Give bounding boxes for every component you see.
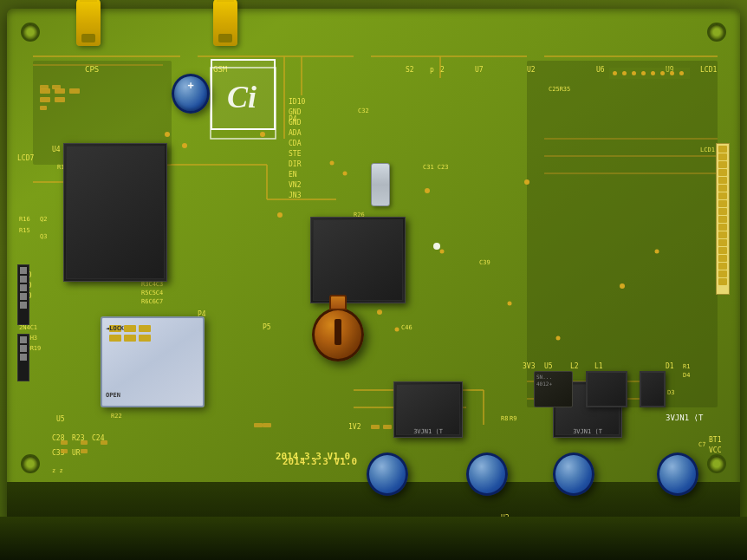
svg-text:U2: U2 [527,66,536,74]
svg-point-26 [425,188,430,193]
pcb-board: CPS GSM S2 p 2 U7 U2 U6 U9 LCD1 LCD7 U4 … [7,9,740,525]
svg-text:R8: R8 [501,415,508,422]
svg-point-32 [655,250,659,254]
svg-text:R6C6C7: R6C6C7 [141,298,163,305]
svg-text:L2: L2 [570,362,579,370]
ic-u1-bottom-left: 3VJN1 ⟨T [393,381,463,438]
pin [718,224,727,231]
svg-rect-44 [55,97,65,102]
selection-box [211,59,276,130]
pcb-container: CPS GSM S2 p 2 U7 U2 U6 U9 LCD1 LCD7 U4 … [0,0,747,560]
svg-rect-126 [263,423,271,427]
svg-point-27 [440,250,445,254]
sim-card-holder: ◄LOCK OPEN [101,316,205,407]
svg-point-28 [524,179,529,185]
svg-text:VCC: VCC [709,446,722,454]
mount-hole-bl [21,454,40,473]
pin [718,263,727,270]
svg-text:C24: C24 [92,434,105,442]
svg-text:C46: C46 [401,324,412,331]
serial-pin [20,276,27,283]
svg-rect-20 [527,61,718,407]
svg-text:CDA: CDA [289,140,302,147]
svg-text:LCD7: LCD7 [17,154,34,162]
svg-text:P5: P5 [263,323,271,331]
cap-bottom-4 [657,453,698,496]
battery-holder-bt2 [312,308,364,361]
svg-text:LCD1: LCD1 [700,66,717,74]
pin [718,146,727,153]
svg-text:C39: C39 [479,259,490,266]
svg-text:U5: U5 [544,362,553,370]
svg-text:VN2: VN2 [289,181,302,189]
svg-rect-123 [81,449,88,453]
cap-bottom-2 [466,453,508,496]
pin [718,270,727,277]
ic-u4-main [63,143,167,282]
svg-text:C7: C7 [698,441,705,448]
svg-text:ADA: ADA [289,129,302,137]
svg-point-31 [620,283,625,289]
ic-stepper-driver [310,217,406,303]
sim-contact-3 [139,325,151,332]
svg-text:C31 C23: C31 C23 [423,164,449,171]
svg-point-30 [556,336,561,341]
serial-pin [20,293,27,300]
svg-text:Q3: Q3 [40,233,47,240]
svg-point-39 [343,172,348,176]
svg-text:EN: EN [289,171,297,179]
serial-pin [20,302,27,309]
component-dot [433,243,440,250]
svg-rect-114 [40,85,49,89]
capacitor-main [172,74,210,114]
serial-pin [20,354,27,361]
svg-rect-40 [40,88,50,94]
d [613,71,617,75]
pin [718,255,727,262]
serial-pin [20,345,27,352]
svg-rect-43 [40,97,50,102]
svg-rect-127 [371,425,380,429]
svg-text:p: p [430,66,434,74]
pin [718,278,727,285]
serial-pin [20,284,27,291]
svg-text:STE: STE [289,150,302,158]
svg-text:R5C5C4: R5C5C4 [141,290,163,296]
svg-rect-120 [61,440,68,445]
svg-point-24 [260,132,265,137]
d [641,71,646,75]
d [622,71,627,75]
pin [718,216,727,223]
svg-text:R1: R1 [683,363,690,370]
svg-text:LCD1: LCD1 [700,147,715,153]
svg-point-38 [330,161,335,166]
svg-text:R23: R23 [72,434,85,442]
sim-contact-4 [109,335,121,342]
svg-text:S2: S2 [406,66,414,74]
pcb-dark-edge [0,517,747,560]
svg-text:BT1: BT1 [709,436,722,444]
svg-text:CPS: CPS [85,65,99,74]
mount-hole-br [707,454,726,473]
left-bottom-connector [17,334,29,381]
serial-pin [20,267,27,274]
right-header-connector [716,143,730,295]
svg-text:JN3: JN3 [289,192,302,199]
svg-text:1V2: 1V2 [348,423,361,431]
svg-text:D3: D3 [667,389,674,396]
svg-text:U5: U5 [56,415,65,423]
svg-text:C32: C32 [358,107,369,114]
svg-text:R3C4C3: R3C4C3 [141,281,163,288]
svg-text:C28: C28 [52,434,65,442]
svg-text:2N4C1: 2N4C1 [19,324,37,331]
antenna-cps [76,0,101,46]
d [660,71,665,75]
svg-text:2: 2 [440,66,445,74]
svg-text:R15: R15 [19,227,30,234]
svg-text:Q2: Q2 [40,216,47,223]
pin [718,231,727,238]
svg-point-22 [165,132,170,137]
pin [718,161,727,168]
pin [718,153,727,160]
svg-text:GND: GND [289,119,302,127]
